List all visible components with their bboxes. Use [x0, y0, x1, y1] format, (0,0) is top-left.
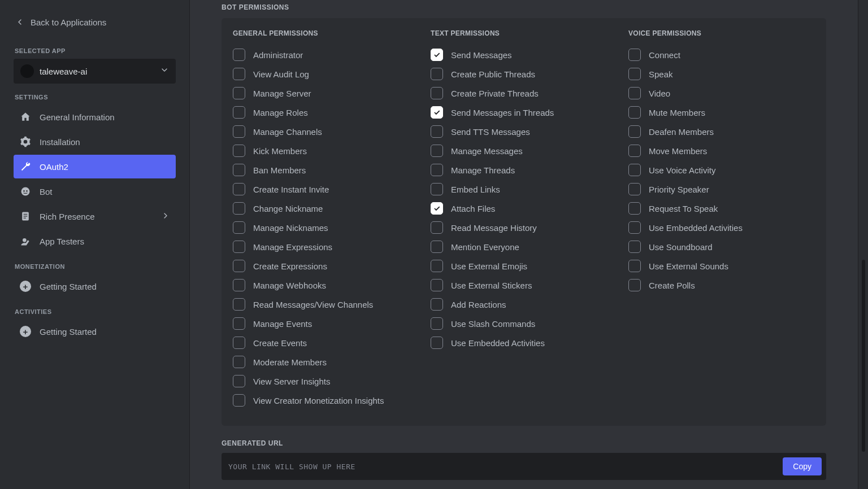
permission-row[interactable]: Use Embedded Activities — [628, 218, 815, 237]
permission-row[interactable]: Create Public Threads — [431, 64, 617, 84]
permission-row[interactable]: Send Messages — [431, 45, 617, 64]
permission-checkbox[interactable] — [431, 317, 443, 330]
permission-row[interactable]: Priority Speaker — [628, 180, 815, 199]
nav-installation[interactable]: Installation — [14, 130, 176, 154]
permission-row[interactable]: Create Polls — [628, 276, 815, 295]
permission-checkbox[interactable] — [431, 106, 443, 119]
permission-checkbox[interactable] — [233, 49, 245, 61]
permission-checkbox[interactable] — [431, 279, 443, 291]
permission-checkbox[interactable] — [233, 260, 245, 272]
permission-row[interactable]: Create Events — [233, 333, 419, 352]
scrollbar[interactable] — [858, 0, 868, 489]
permission-checkbox[interactable] — [628, 164, 641, 176]
permission-checkbox[interactable] — [628, 87, 641, 99]
permission-row[interactable]: Add Reactions — [431, 295, 617, 314]
permission-row[interactable]: Attach Files — [431, 199, 617, 218]
permission-row[interactable]: Manage Server — [233, 84, 419, 103]
permission-row[interactable]: Use Slash Commands — [431, 314, 617, 333]
app-selector[interactable]: taleweave-ai — [14, 59, 176, 84]
permission-row[interactable]: Deafen Members — [628, 122, 815, 141]
permission-row[interactable]: Read Messages/View Channels — [233, 295, 419, 314]
permission-checkbox[interactable] — [233, 317, 245, 330]
permission-row[interactable]: View Server Insights — [233, 372, 419, 391]
permission-checkbox[interactable] — [233, 106, 245, 119]
permission-checkbox[interactable] — [431, 221, 443, 234]
permission-checkbox[interactable] — [431, 241, 443, 253]
permission-row[interactable]: Use External Stickers — [431, 276, 617, 295]
permission-checkbox[interactable] — [431, 298, 443, 311]
permission-row[interactable]: Manage Channels — [233, 122, 419, 141]
permission-checkbox[interactable] — [233, 394, 245, 407]
nav-monetization-getting-started[interactable]: + Getting Started — [14, 274, 176, 298]
permission-checkbox[interactable] — [628, 202, 641, 215]
permission-row[interactable]: Send TTS Messages — [431, 122, 617, 141]
permission-checkbox[interactable] — [431, 202, 443, 215]
permission-row[interactable]: Use Embedded Activities — [431, 333, 617, 352]
copy-button[interactable]: Copy — [783, 457, 822, 475]
permission-checkbox[interactable] — [628, 221, 641, 234]
nav-oauth2[interactable]: OAuth2 — [14, 155, 176, 178]
permission-row[interactable]: Embed Links — [431, 180, 617, 199]
permission-checkbox[interactable] — [628, 68, 641, 80]
permission-row[interactable]: Manage Expressions — [233, 237, 419, 256]
permission-checkbox[interactable] — [233, 183, 245, 195]
permission-row[interactable]: Ban Members — [233, 160, 419, 180]
permission-checkbox[interactable] — [628, 125, 641, 138]
nav-general-information[interactable]: General Information — [14, 105, 176, 129]
permission-checkbox[interactable] — [628, 260, 641, 272]
permission-checkbox[interactable] — [431, 164, 443, 176]
permission-checkbox[interactable] — [233, 279, 245, 291]
permission-row[interactable]: Speak — [628, 64, 815, 84]
permission-checkbox[interactable] — [233, 87, 245, 99]
permission-checkbox[interactable] — [628, 106, 641, 119]
permission-checkbox[interactable] — [431, 337, 443, 349]
permission-row[interactable]: Move Members — [628, 141, 815, 160]
permission-checkbox[interactable] — [233, 356, 245, 368]
permission-checkbox[interactable] — [233, 375, 245, 387]
permission-checkbox[interactable] — [431, 68, 443, 80]
permission-checkbox[interactable] — [431, 260, 443, 272]
nav-bot[interactable]: Bot — [14, 180, 176, 203]
permission-row[interactable]: Manage Nicknames — [233, 218, 419, 237]
permission-row[interactable]: View Audit Log — [233, 64, 419, 84]
permission-checkbox[interactable] — [233, 125, 245, 138]
back-to-applications-link[interactable]: Back to Applications — [14, 11, 176, 37]
permission-row[interactable]: Mention Everyone — [431, 237, 617, 256]
permission-checkbox[interactable] — [628, 279, 641, 291]
permission-row[interactable]: Manage Events — [233, 314, 419, 333]
permission-checkbox[interactable] — [233, 164, 245, 176]
permission-checkbox[interactable] — [628, 49, 641, 61]
permission-row[interactable]: Use Soundboard — [628, 237, 815, 256]
permission-checkbox[interactable] — [233, 298, 245, 311]
permission-checkbox[interactable] — [628, 145, 641, 157]
permission-checkbox[interactable] — [233, 337, 245, 349]
permission-row[interactable]: Connect — [628, 45, 815, 64]
nav-app-testers[interactable]: App Testers — [14, 229, 176, 253]
permission-checkbox[interactable] — [628, 183, 641, 195]
permission-row[interactable]: Manage Messages — [431, 141, 617, 160]
permission-row[interactable]: Send Messages in Threads — [431, 103, 617, 122]
permission-row[interactable]: Create Private Threads — [431, 84, 617, 103]
scroll-thumb[interactable] — [862, 260, 865, 452]
permission-row[interactable]: Use External Sounds — [628, 256, 815, 276]
permission-checkbox[interactable] — [431, 49, 443, 61]
permission-row[interactable]: Manage Threads — [431, 160, 617, 180]
permission-row[interactable]: Kick Members — [233, 141, 419, 160]
permission-checkbox[interactable] — [431, 183, 443, 195]
permission-row[interactable]: Moderate Members — [233, 352, 419, 372]
permission-checkbox[interactable] — [233, 241, 245, 253]
permission-row[interactable]: Request To Speak — [628, 199, 815, 218]
permission-row[interactable]: Use External Emojis — [431, 256, 617, 276]
permission-row[interactable]: Mute Members — [628, 103, 815, 122]
permission-checkbox[interactable] — [233, 202, 245, 215]
permission-row[interactable]: Video — [628, 84, 815, 103]
permission-checkbox[interactable] — [431, 145, 443, 157]
permission-checkbox[interactable] — [628, 241, 641, 253]
permission-row[interactable]: Change Nickname — [233, 199, 419, 218]
permission-row[interactable]: Manage Webhooks — [233, 276, 419, 295]
permission-checkbox[interactable] — [431, 87, 443, 99]
permission-row[interactable]: Create Expressions — [233, 256, 419, 276]
permission-row[interactable]: Use Voice Activity — [628, 160, 815, 180]
permission-row[interactable]: View Creator Monetization Insights — [233, 391, 419, 410]
nav-rich-presence[interactable]: Rich Presence — [14, 204, 176, 228]
